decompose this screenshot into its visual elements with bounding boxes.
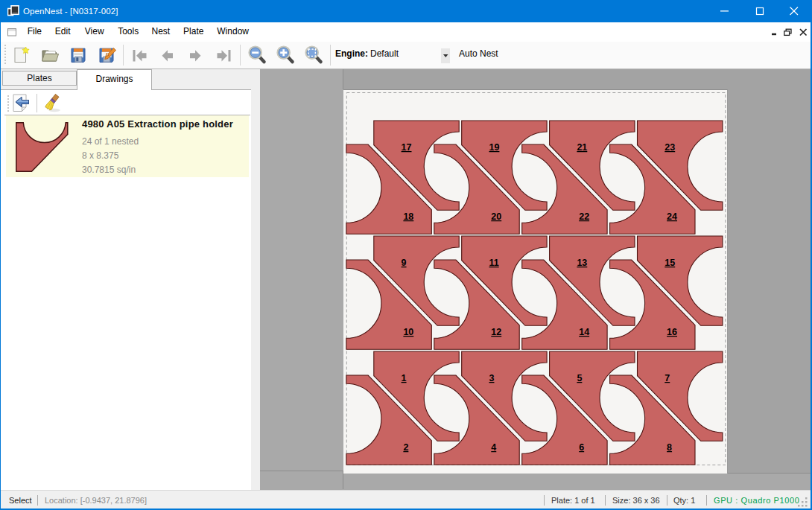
svg-text:15: 15 [664, 258, 675, 268]
svg-text:9: 9 [402, 258, 407, 268]
svg-text:2: 2 [403, 442, 408, 453]
svg-text:10: 10 [403, 327, 413, 337]
svg-text:6: 6 [579, 442, 584, 453]
svg-text:24: 24 [667, 211, 677, 222]
svg-text:19: 19 [489, 142, 500, 153]
svg-text:22: 22 [579, 211, 589, 222]
svg-text:7: 7 [664, 373, 670, 383]
svg-text:1: 1 [402, 373, 407, 383]
svg-text:16: 16 [667, 327, 677, 337]
svg-text:20: 20 [491, 211, 501, 222]
svg-text:11: 11 [489, 258, 499, 268]
svg-text:13: 13 [577, 258, 587, 268]
svg-text:17: 17 [402, 142, 412, 153]
svg-text:23: 23 [664, 142, 675, 153]
svg-text:12: 12 [491, 327, 501, 337]
svg-text:21: 21 [577, 142, 587, 153]
svg-text:4: 4 [491, 442, 496, 453]
svg-text:18: 18 [403, 211, 413, 222]
svg-text:5: 5 [577, 373, 582, 383]
svg-text:8: 8 [667, 442, 672, 453]
svg-text:3: 3 [489, 373, 495, 383]
svg-text:14: 14 [579, 327, 589, 337]
